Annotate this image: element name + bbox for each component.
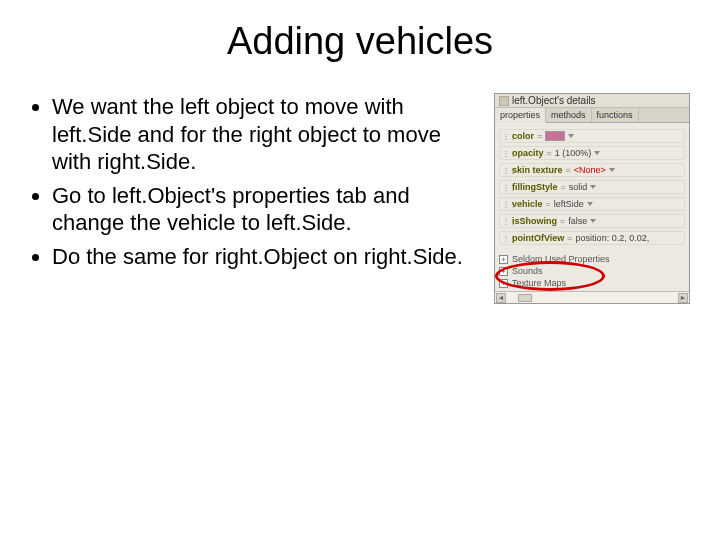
prop-value[interactable]: solid bbox=[569, 182, 597, 192]
prop-value[interactable]: <None> bbox=[574, 165, 615, 175]
chevron-down-icon bbox=[587, 202, 593, 206]
prop-value[interactable]: position: 0.2, 0.02, bbox=[576, 233, 650, 243]
prop-label: pointOfView bbox=[512, 233, 564, 243]
scroll-left-icon[interactable]: ◄ bbox=[496, 293, 506, 303]
prop-label: skin texture bbox=[512, 165, 563, 175]
prop-point-of-view[interactable]: ⋮⋮ pointOfView = position: 0.2, 0.02, bbox=[499, 231, 685, 245]
drag-handle-icon: ⋮⋮ bbox=[502, 132, 509, 141]
scroll-track[interactable] bbox=[506, 294, 678, 302]
slide-title: Adding vehicles bbox=[0, 20, 720, 63]
chevron-down-icon bbox=[568, 134, 574, 138]
expand-label: Texture Maps bbox=[512, 278, 566, 288]
tabs-bar: properties methods functions bbox=[495, 108, 689, 123]
object-icon bbox=[499, 96, 509, 106]
properties-list: ⋮⋮ color = ⋮⋮ opacity = 1 (100%) ⋮⋮ skin… bbox=[495, 123, 689, 251]
prop-filling-style[interactable]: ⋮⋮ fillingStyle = solid bbox=[499, 180, 685, 194]
drag-handle-icon: ⋮⋮ bbox=[502, 166, 509, 175]
equals-icon: = bbox=[537, 131, 542, 141]
expandable-section: + Seldom Used Properties + Sounds + Text… bbox=[495, 251, 689, 291]
equals-icon: = bbox=[560, 216, 565, 226]
panel-title: left.Object's details bbox=[512, 95, 596, 106]
prop-vehicle[interactable]: ⋮⋮ vehicle = leftSide bbox=[499, 197, 685, 211]
panel-header: left.Object's details bbox=[495, 94, 689, 108]
prop-opacity[interactable]: ⋮⋮ opacity = 1 (100%) bbox=[499, 146, 685, 160]
bullet-item: Do the same for right.Object on right.Si… bbox=[52, 243, 484, 271]
prop-label: opacity bbox=[512, 148, 544, 158]
expand-sounds[interactable]: + Sounds bbox=[499, 265, 685, 277]
plus-icon: + bbox=[499, 279, 508, 288]
drag-handle-icon: ⋮⋮ bbox=[502, 149, 509, 158]
prop-value[interactable]: false bbox=[568, 216, 596, 226]
chevron-down-icon bbox=[609, 168, 615, 172]
color-swatch bbox=[545, 131, 565, 141]
prop-skin-texture[interactable]: ⋮⋮ skin texture = <None> bbox=[499, 163, 685, 177]
scroll-right-icon[interactable]: ► bbox=[678, 293, 688, 303]
equals-icon: = bbox=[566, 165, 571, 175]
expand-label: Sounds bbox=[512, 266, 543, 276]
prop-label: isShowing bbox=[512, 216, 557, 226]
expand-seldom-used[interactable]: + Seldom Used Properties bbox=[499, 253, 685, 265]
drag-handle-icon: ⋮⋮ bbox=[502, 200, 509, 209]
tab-functions[interactable]: functions bbox=[592, 108, 639, 122]
chevron-down-icon bbox=[590, 219, 596, 223]
prop-is-showing[interactable]: ⋮⋮ isShowing = false bbox=[499, 214, 685, 228]
equals-icon: = bbox=[546, 199, 551, 209]
drag-handle-icon: ⋮⋮ bbox=[502, 234, 509, 243]
expand-label: Seldom Used Properties bbox=[512, 254, 610, 264]
bullet-list: We want the left object to move with lef… bbox=[30, 93, 494, 304]
equals-icon: = bbox=[547, 148, 552, 158]
prop-label: color bbox=[512, 131, 534, 141]
horizontal-scrollbar[interactable]: ◄ ► bbox=[495, 291, 689, 303]
drag-handle-icon: ⋮⋮ bbox=[502, 183, 509, 192]
prop-color[interactable]: ⋮⋮ color = bbox=[499, 129, 685, 143]
tab-methods[interactable]: methods bbox=[546, 108, 592, 122]
equals-icon: = bbox=[567, 233, 572, 243]
equals-icon: = bbox=[561, 182, 566, 192]
expand-texture-maps[interactable]: + Texture Maps bbox=[499, 277, 685, 289]
plus-icon: + bbox=[499, 267, 508, 276]
prop-label: vehicle bbox=[512, 199, 543, 209]
slide-content: We want the left object to move with lef… bbox=[0, 93, 720, 304]
plus-icon: + bbox=[499, 255, 508, 264]
prop-value[interactable] bbox=[545, 131, 574, 141]
chevron-down-icon bbox=[594, 151, 600, 155]
scroll-thumb[interactable] bbox=[518, 294, 532, 302]
bullet-item: We want the left object to move with lef… bbox=[52, 93, 484, 176]
tab-properties[interactable]: properties bbox=[495, 108, 546, 123]
chevron-down-icon bbox=[590, 185, 596, 189]
drag-handle-icon: ⋮⋮ bbox=[502, 217, 509, 226]
details-panel: left.Object's details properties methods… bbox=[494, 93, 690, 304]
bullet-item: Go to left.Object's properties tab and c… bbox=[52, 182, 484, 237]
prop-value[interactable]: leftSide bbox=[554, 199, 593, 209]
prop-value[interactable]: 1 (100%) bbox=[555, 148, 601, 158]
prop-label: fillingStyle bbox=[512, 182, 558, 192]
